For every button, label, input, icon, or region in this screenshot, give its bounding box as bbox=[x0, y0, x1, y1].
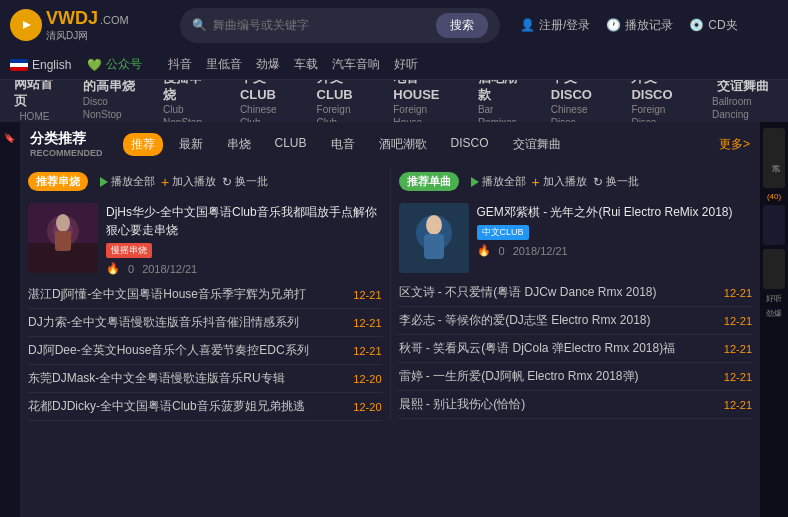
right-badge: 推荐单曲 bbox=[399, 172, 459, 191]
track-item[interactable]: 湛江Dj阿懂-全中文国粤语House音乐季宇辉为兄弟打 12-21 bbox=[28, 281, 382, 309]
tag-douyin[interactable]: 抖音 bbox=[168, 56, 192, 73]
tag-nice[interactable]: 好听 bbox=[394, 56, 418, 73]
right-add-play[interactable]: + 加入播放 bbox=[532, 174, 587, 190]
wechat-icon: 💚 bbox=[87, 58, 102, 72]
sidebar-bookmark-icon: 🔖 bbox=[5, 132, 15, 143]
ad-promo-2[interactable] bbox=[763, 205, 785, 245]
language-button[interactable]: English bbox=[10, 58, 71, 72]
search-input[interactable] bbox=[213, 18, 436, 32]
right-featured-info: GEM邓紫棋 - 光年之外(Rui Electro ReMix 2018) 中文… bbox=[477, 203, 753, 257]
login-button[interactable]: 👤 注册/登录 bbox=[520, 17, 590, 34]
tag-car[interactable]: 车载 bbox=[294, 56, 318, 73]
subheader: English 💚 公众号 抖音 里低音 劲爆 车载 汽车音响 好听 bbox=[0, 50, 788, 80]
nav-foreign-club[interactable]: 外文CLUB Foreign Club bbox=[303, 80, 380, 122]
nav-foreign-disco[interactable]: 外文DISCO Foreign Disco bbox=[617, 80, 698, 122]
tag-car-audio[interactable]: 汽车音响 bbox=[332, 56, 380, 73]
left-play-all[interactable]: 播放全部 bbox=[100, 174, 155, 189]
svg-point-11 bbox=[426, 215, 442, 235]
search-bar: 🔍 搜索 bbox=[180, 8, 500, 43]
content-area: 🔖 分类推荐 RECOMMENDED 推荐 最新 串烧 CLUB 电音 酒吧潮歌… bbox=[0, 122, 788, 517]
track-item[interactable]: 区文诗 - 不只爱情(粤语 DJCw Dance Rmx 2018) 12-21 bbox=[399, 279, 753, 307]
play-icon bbox=[100, 177, 108, 187]
cat-tab-bar[interactable]: 酒吧潮歌 bbox=[371, 133, 435, 156]
nav-club-nonstop[interactable]: 慢摇串烧 Club NonStop bbox=[149, 80, 226, 122]
left-controls: 播放全部 + 加入播放 ↻ 换一批 bbox=[100, 174, 268, 190]
nav-chinese-disco[interactable]: 中文DISCO Chinese Disco bbox=[537, 80, 618, 122]
left-featured-title[interactable]: DjHs华少-全中文国粤语Club音乐我都唱放手点解你狠心要走串烧 bbox=[106, 203, 382, 239]
left-featured-meta: 🔥 0 2018/12/21 bbox=[106, 262, 382, 275]
left-column: 推荐串烧 播放全部 + 加入播放 ↻ 换一批 bbox=[20, 166, 390, 421]
ad-count: (40) bbox=[767, 192, 781, 201]
ad-label-1: 好听 bbox=[766, 293, 782, 304]
left-featured-thumb[interactable] bbox=[28, 203, 98, 273]
cd-button[interactable]: 💿 CD夹 bbox=[689, 17, 737, 34]
category-bar: 分类推荐 RECOMMENDED 推荐 最新 串烧 CLUB 电音 酒吧潮歌 D… bbox=[20, 122, 760, 166]
refresh-icon: ↻ bbox=[222, 175, 232, 189]
wechat-button[interactable]: 💚 公众号 bbox=[87, 56, 142, 73]
left-track-list: 湛江Dj阿懂-全中文国粤语House音乐季宇辉为兄弟打 12-21 DJ力索-全… bbox=[28, 281, 382, 421]
logo-vwdj: VWDJ bbox=[46, 8, 98, 29]
cat-tab-recommend[interactable]: 推荐 bbox=[123, 133, 163, 156]
ad-promo-3[interactable] bbox=[763, 249, 785, 289]
fire-icon: 🔥 bbox=[106, 262, 120, 275]
logo-text-block: VWDJ .COM 清风DJ网 bbox=[46, 8, 129, 43]
user-icon: 👤 bbox=[520, 18, 535, 32]
left-featured-badge: 慢摇串烧 bbox=[106, 243, 152, 258]
track-item[interactable]: DJ力索-全中文粤语慢歌连版音乐抖音催泪情感系列 12-21 bbox=[28, 309, 382, 337]
nav-edm-house[interactable]: 电音HOUSE Foreign House bbox=[379, 80, 464, 122]
logo-icon bbox=[10, 9, 42, 41]
right-play-all[interactable]: 播放全部 bbox=[471, 174, 526, 189]
nav-bar-remixes[interactable]: 酒吧潮款 Bar Remixes bbox=[464, 80, 537, 122]
nav-disco-nonstop[interactable]: 的高串烧 Disco NonStop bbox=[69, 80, 149, 122]
track-item[interactable]: 晨熙 - 别让我伤心(恰恰) 12-21 bbox=[399, 391, 753, 419]
refresh-icon: ↻ bbox=[593, 175, 603, 189]
ad-sidebar: 汽车 (40) 好听 劲爆 bbox=[760, 122, 788, 517]
ad-promo-1[interactable]: 汽车 bbox=[763, 128, 785, 188]
category-title: 分类推荐 RECOMMENDED bbox=[30, 130, 103, 158]
search-button[interactable]: 搜索 bbox=[436, 13, 488, 38]
nav-ballroom[interactable]: 交谊舞曲 Ballroom Dancing bbox=[698, 80, 788, 122]
right-featured-title[interactable]: GEM邓紫棋 - 光年之外(Rui Electro ReMix 2018) bbox=[477, 203, 753, 221]
track-item[interactable]: 雷婷 - 一生所爱(DJ阿帆 Electro Rmx 2018弹) 12-21 bbox=[399, 363, 753, 391]
cat-tab-latest[interactable]: 最新 bbox=[171, 133, 211, 156]
left-refresh[interactable]: ↻ 换一批 bbox=[222, 174, 268, 189]
main-nav: 网站首页 HOME 的高串烧 Disco NonStop 慢摇串烧 Club N… bbox=[0, 80, 788, 122]
tag-bass[interactable]: 里低音 bbox=[206, 56, 242, 73]
cat-tab-ballroom[interactable]: 交谊舞曲 bbox=[505, 133, 569, 156]
history-button[interactable]: 🕐 播放记录 bbox=[606, 17, 673, 34]
right-featured-badge: 中文CLUB bbox=[477, 225, 529, 240]
sub-tags: 抖音 里低音 劲爆 车载 汽车音响 好听 bbox=[168, 56, 418, 73]
track-item[interactable]: DJ阿Dee-全英文House音乐个人喜爱节奏控EDC系列 12-21 bbox=[28, 337, 382, 365]
left-sidebar: 🔖 bbox=[0, 122, 20, 517]
right-featured-thumb[interactable] bbox=[399, 203, 469, 273]
right-track-list: 区文诗 - 不只爱情(粤语 DJCw Dance Rmx 2018) 12-21… bbox=[399, 279, 753, 419]
right-featured: GEM邓紫棋 - 光年之外(Rui Electro ReMix 2018) 中文… bbox=[399, 197, 753, 279]
cat-tab-series[interactable]: 串烧 bbox=[219, 133, 259, 156]
svg-rect-12 bbox=[424, 234, 444, 259]
nav-home[interactable]: 网站首页 HOME bbox=[0, 80, 69, 122]
play-icon bbox=[471, 177, 479, 187]
svg-point-6 bbox=[56, 214, 70, 232]
plus-icon: + bbox=[532, 174, 540, 190]
right-refresh[interactable]: ↻ 换一批 bbox=[593, 174, 639, 189]
left-add-play[interactable]: + 加入播放 bbox=[161, 174, 216, 190]
left-featured: DjHs华少-全中文国粤语Club音乐我都唱放手点解你狠心要走串烧 慢摇串烧 🔥… bbox=[28, 197, 382, 281]
main-content: 分类推荐 RECOMMENDED 推荐 最新 串烧 CLUB 电音 酒吧潮歌 D… bbox=[20, 122, 760, 517]
track-item[interactable]: 秋哥 - 笑看风云(粤语 DjCola 弹Electro Rmx 2018)福 … bbox=[399, 335, 753, 363]
cat-tab-edm[interactable]: 电音 bbox=[323, 133, 363, 156]
track-item[interactable]: 李必志 - 等候你的爱(DJ志坚 Electro Rmx 2018) 12-21 bbox=[399, 307, 753, 335]
plus-icon: + bbox=[161, 174, 169, 190]
nav-chinese-club[interactable]: 中文CLUB Chinese Club bbox=[226, 80, 303, 122]
cat-tab-club[interactable]: CLUB bbox=[267, 133, 315, 156]
header-actions: 👤 注册/登录 🕐 播放记录 💿 CD夹 bbox=[520, 17, 738, 34]
logo-area: VWDJ .COM 清风DJ网 bbox=[10, 8, 170, 43]
fire-icon: 🔥 bbox=[477, 244, 491, 257]
tag-energetic[interactable]: 劲爆 bbox=[256, 56, 280, 73]
track-item[interactable]: 花都DJDicky-全中文国粤语Club音乐菠萝姐兄弟挑逃 12-20 bbox=[28, 393, 382, 421]
category-tabs: 推荐 最新 串烧 CLUB 电音 酒吧潮歌 DISCO 交谊舞曲 bbox=[123, 133, 569, 156]
more-link[interactable]: 更多> bbox=[719, 136, 750, 153]
ad-label-2: 劲爆 bbox=[766, 308, 782, 319]
cat-tab-disco[interactable]: DISCO bbox=[443, 133, 497, 156]
track-item[interactable]: 东莞DJMask-全中文全粤语慢歌连版音乐RU专辑 12-20 bbox=[28, 365, 382, 393]
cd-icon: 💿 bbox=[689, 18, 704, 32]
